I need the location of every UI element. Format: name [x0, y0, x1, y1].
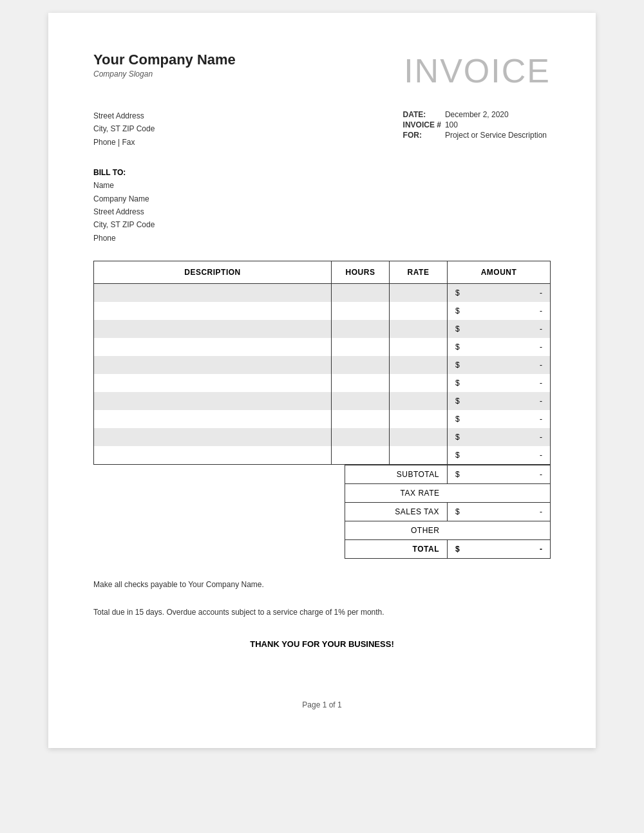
table-row: $-	[94, 392, 551, 410]
cell-rate	[390, 356, 448, 374]
invoice-page: Your Company Name Company Slogan INVOICE…	[48, 13, 596, 748]
table-row: $-	[94, 320, 551, 338]
amount-dollar: $	[455, 415, 460, 424]
cell-amount: $-	[448, 320, 551, 338]
cell-amount: $-	[448, 410, 551, 428]
tax-rate-label: TAX RATE	[345, 484, 448, 503]
amount-dollar: $	[455, 433, 460, 442]
company-info: Your Company Name Company Slogan	[93, 51, 236, 79]
cell-amount: $-	[448, 284, 551, 303]
company-name: Your Company Name	[93, 51, 236, 68]
bill-to-name: Name	[93, 179, 551, 192]
footer-note1: Make all checks payable to Your Company …	[93, 578, 551, 592]
sales-tax-row: SALES TAX $ -	[345, 503, 551, 521]
table-row: $-	[94, 356, 551, 374]
cell-description	[94, 392, 332, 410]
cell-hours	[332, 320, 390, 338]
cell-rate	[390, 446, 448, 465]
bill-to-section: BILL TO: Name Company Name Street Addres…	[93, 168, 551, 245]
header-rate: RATE	[390, 261, 448, 284]
amount-value: -	[540, 324, 542, 333]
cell-description	[94, 356, 332, 374]
invoice-title: INVOICE	[404, 51, 551, 90]
cell-amount: $-	[448, 338, 551, 356]
cell-hours	[332, 428, 390, 446]
subtotal-amount: -	[540, 470, 542, 479]
cell-description	[94, 410, 332, 428]
cell-rate	[390, 338, 448, 356]
subtotal-label: SUBTOTAL	[345, 465, 448, 484]
cell-hours	[332, 302, 390, 320]
for-label: FOR:	[403, 130, 445, 140]
cell-hours	[332, 392, 390, 410]
cell-amount: $-	[448, 356, 551, 374]
table-row: $-	[94, 374, 551, 392]
company-address: Street Address City, ST ZIP Code Phone |…	[93, 109, 155, 149]
table-row: $-	[94, 302, 551, 320]
amount-dollar: $	[455, 397, 460, 406]
cell-hours	[332, 374, 390, 392]
thank-you: THANK YOU FOR YOUR BUSINESS!	[93, 639, 551, 649]
bill-to-company: Company Name	[93, 192, 551, 205]
meta-section: Street Address City, ST ZIP Code Phone |…	[93, 109, 551, 149]
cell-hours	[332, 284, 390, 303]
amount-value: -	[540, 342, 542, 351]
tax-rate-value	[448, 484, 551, 503]
bill-to-info: Name Company Name Street Address City, S…	[93, 179, 551, 245]
cell-description	[94, 284, 332, 303]
company-phone: Phone | Fax	[93, 136, 155, 149]
footer-note2: Total due in 15 days. Overdue accounts s…	[93, 606, 551, 620]
cell-amount: $-	[448, 446, 551, 465]
table-row: $-	[94, 338, 551, 356]
table-row: $-	[94, 284, 551, 303]
amount-value: -	[540, 306, 542, 315]
sales-tax-label: SALES TAX	[345, 503, 448, 521]
company-city: City, ST ZIP Code	[93, 122, 155, 135]
bill-to-city: City, ST ZIP Code	[93, 218, 551, 231]
cell-hours	[332, 410, 390, 428]
invoice-table: DESCRIPTION HOURS RATE AMOUNT $-$-$-$-$-…	[93, 261, 551, 465]
cell-description	[94, 428, 332, 446]
cell-rate	[390, 392, 448, 410]
sales-tax-amount: -	[540, 507, 542, 516]
cell-rate	[390, 302, 448, 320]
cell-amount: $-	[448, 302, 551, 320]
amount-value: -	[540, 397, 542, 406]
sales-tax-dollar: $	[455, 507, 460, 516]
amount-value: -	[540, 451, 542, 460]
page-number: Page 1 of 1	[93, 700, 551, 709]
header-section: Your Company Name Company Slogan INVOICE	[93, 51, 551, 90]
invoice-num-value: 100	[445, 120, 551, 130]
bill-to-street: Street Address	[93, 205, 551, 218]
invoice-num-label: INVOICE #	[403, 120, 445, 130]
bill-to-label: BILL TO:	[93, 168, 551, 177]
cell-rate	[390, 374, 448, 392]
table-row: $-	[94, 410, 551, 428]
cell-rate	[390, 410, 448, 428]
total-amount: -	[540, 545, 542, 554]
date-value: December 2, 2020	[445, 109, 551, 120]
bill-to-phone: Phone	[93, 232, 551, 245]
amount-value: -	[540, 415, 542, 424]
tax-rate-row: TAX RATE	[345, 484, 551, 503]
total-row: TOTAL $ -	[345, 540, 551, 559]
subtotal-dollar: $	[455, 470, 460, 479]
total-dollar: $	[455, 545, 460, 554]
cell-rate	[390, 428, 448, 446]
amount-dollar: $	[455, 288, 460, 297]
header-amount: AMOUNT	[448, 261, 551, 284]
other-label: OTHER	[345, 521, 448, 540]
other-row: OTHER	[345, 521, 551, 540]
table-row: $-	[94, 428, 551, 446]
total-label: TOTAL	[345, 540, 448, 559]
amount-dollar: $	[455, 324, 460, 333]
cell-description	[94, 446, 332, 465]
amount-dollar: $	[455, 451, 460, 460]
subtotal-row: SUBTOTAL $ -	[345, 465, 551, 484]
cell-hours	[332, 356, 390, 374]
cell-amount: $-	[448, 428, 551, 446]
amount-value: -	[540, 433, 542, 442]
amount-value: -	[540, 288, 542, 297]
cell-rate	[390, 320, 448, 338]
amount-value: -	[540, 360, 542, 370]
